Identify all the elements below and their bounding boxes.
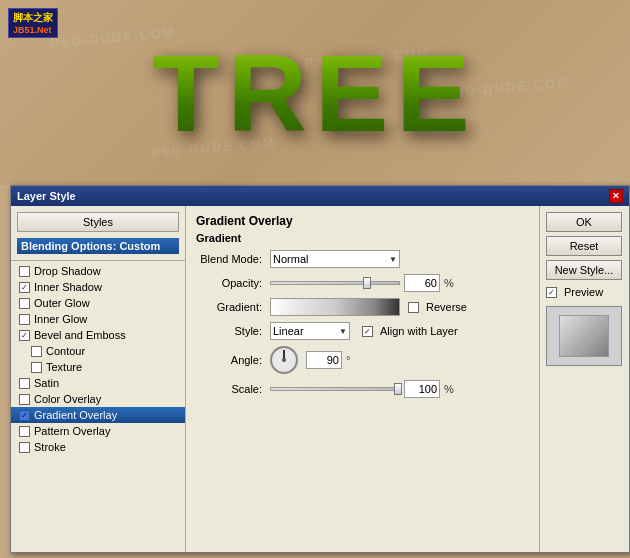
tree-text-display: TREE — [152, 29, 477, 156]
checkbox-color-overlay[interactable] — [19, 394, 30, 405]
reverse-label: Reverse — [426, 301, 467, 313]
center-panel: Gradient Overlay Gradient Blend Mode: No… — [186, 206, 539, 552]
layer-label-inner-shadow: Inner Shadow — [34, 281, 102, 293]
section-title: Gradient Overlay — [196, 214, 529, 228]
blend-mode-dropdown[interactable]: Normal ▼ — [270, 250, 400, 268]
dialog-title: Layer Style — [17, 190, 76, 202]
preview-thumb-inner — [559, 315, 609, 357]
layer-label-texture: Texture — [46, 361, 82, 373]
gradient-label: Gradient: — [196, 301, 266, 313]
checkbox-texture[interactable] — [31, 362, 42, 373]
layer-label-color-overlay: Color Overlay — [34, 393, 101, 405]
checkbox-pattern-overlay[interactable] — [19, 426, 30, 437]
scale-label: Scale: — [196, 383, 266, 395]
jb-logo: 脚本之家 JB51.Net — [8, 8, 58, 38]
layer-style-dialog: Layer Style ✕ Styles Blending Options: C… — [10, 185, 630, 553]
dial-center — [282, 358, 286, 362]
blend-mode-value: Normal — [273, 253, 308, 265]
layer-label-drop-shadow: Drop Shadow — [34, 265, 101, 277]
blend-mode-arrow-icon: ▼ — [389, 255, 397, 264]
new-style-button[interactable]: New Style... — [546, 260, 622, 280]
checkbox-align-layer[interactable] — [362, 326, 373, 337]
angle-row: Angle: ° — [196, 346, 529, 374]
divider-1 — [11, 260, 185, 261]
opacity-slider[interactable] — [270, 281, 400, 285]
styles-button[interactable]: Styles — [17, 212, 179, 232]
layer-label-bevel-emboss: Bevel and Emboss — [34, 329, 126, 341]
checkbox-drop-shadow[interactable] — [19, 266, 30, 277]
style-label: Style: — [196, 325, 266, 337]
opacity-unit: % — [444, 277, 454, 289]
scale-slider[interactable] — [270, 387, 400, 391]
logo-title: 脚本之家 — [13, 12, 53, 23]
layer-label-pattern-overlay: Pattern Overlay — [34, 425, 110, 437]
dialog-body: Styles Blending Options: Custom Drop Sha… — [11, 206, 629, 552]
layer-item-contour[interactable]: Contour — [11, 343, 185, 359]
dialog-titlebar: Layer Style ✕ — [11, 186, 629, 206]
layer-label-stroke: Stroke — [34, 441, 66, 453]
checkbox-inner-shadow[interactable] — [19, 282, 30, 293]
angle-label: Angle: — [196, 354, 266, 366]
checkbox-satin[interactable] — [19, 378, 30, 389]
opacity-input[interactable] — [404, 274, 440, 292]
layer-item-satin[interactable]: Satin — [11, 375, 185, 391]
layer-item-drop-shadow[interactable]: Drop Shadow — [11, 263, 185, 279]
layer-item-texture[interactable]: Texture — [11, 359, 185, 375]
checkbox-outer-glow[interactable] — [19, 298, 30, 309]
gradient-bar[interactable] — [270, 298, 400, 316]
checkbox-stroke[interactable] — [19, 442, 30, 453]
layer-item-inner-shadow[interactable]: Inner Shadow — [11, 279, 185, 295]
layer-item-bevel-emboss[interactable]: Bevel and Emboss — [11, 327, 185, 343]
close-button[interactable]: ✕ — [609, 189, 623, 203]
angle-unit: ° — [346, 354, 350, 366]
scale-unit: % — [444, 383, 454, 395]
checkbox-inner-glow[interactable] — [19, 314, 30, 325]
angle-dial[interactable] — [270, 346, 298, 374]
blend-mode-row: Blend Mode: Normal ▼ — [196, 250, 529, 268]
layer-item-outer-glow[interactable]: Outer Glow — [11, 295, 185, 311]
style-dropdown[interactable]: Linear ▼ — [270, 322, 350, 340]
style-row: Style: Linear ▼ Align with Layer — [196, 322, 529, 340]
reset-button[interactable]: Reset — [546, 236, 622, 256]
preview-thumbnail — [546, 306, 622, 366]
layer-item-stroke[interactable]: Stroke — [11, 439, 185, 455]
angle-input[interactable] — [306, 351, 342, 369]
layer-label-contour: Contour — [46, 345, 85, 357]
layer-label-inner-glow: Inner Glow — [34, 313, 87, 325]
layer-label-satin: Satin — [34, 377, 59, 389]
preview-row: Preview — [546, 286, 623, 298]
layer-label-outer-glow: Outer Glow — [34, 297, 90, 309]
checkbox-reverse[interactable] — [408, 302, 419, 313]
style-value: Linear — [273, 325, 304, 337]
checkbox-gradient-overlay[interactable] — [19, 410, 30, 421]
ok-button[interactable]: OK — [546, 212, 622, 232]
scale-input[interactable] — [404, 380, 440, 398]
layer-item-pattern-overlay[interactable]: Pattern Overlay — [11, 423, 185, 439]
logo-subtitle: JB51.Net — [13, 25, 53, 35]
checkbox-contour[interactable] — [31, 346, 42, 357]
opacity-label: Opacity: — [196, 277, 266, 289]
style-arrow-icon: ▼ — [339, 327, 347, 336]
opacity-row: Opacity: % — [196, 274, 529, 292]
left-panel: Styles Blending Options: Custom Drop Sha… — [11, 206, 186, 552]
right-panel: OK Reset New Style... Preview — [539, 206, 629, 552]
checkbox-bevel-emboss[interactable] — [19, 330, 30, 341]
scale-slider-thumb[interactable] — [394, 383, 402, 395]
gradient-row: Gradient: Reverse — [196, 298, 529, 316]
layer-label-gradient-overlay: Gradient Overlay — [34, 409, 117, 421]
blend-mode-label: Blend Mode: — [196, 253, 266, 265]
opacity-slider-thumb[interactable] — [363, 277, 371, 289]
scale-row: Scale: % — [196, 380, 529, 398]
layer-item-gradient-overlay[interactable]: Gradient Overlay — [11, 407, 185, 423]
preview-label: Preview — [564, 286, 603, 298]
sub-section-title: Gradient — [196, 232, 529, 244]
blending-options-item[interactable]: Blending Options: Custom — [17, 238, 179, 254]
layer-item-color-overlay[interactable]: Color Overlay — [11, 391, 185, 407]
layer-item-inner-glow[interactable]: Inner Glow — [11, 311, 185, 327]
checkbox-preview[interactable] — [546, 287, 557, 298]
align-layer-label: Align with Layer — [380, 325, 458, 337]
preview-area: 脚本之家 JB51.Net PSD-DUDE.COM PSD-DUDE.COM … — [0, 0, 630, 185]
